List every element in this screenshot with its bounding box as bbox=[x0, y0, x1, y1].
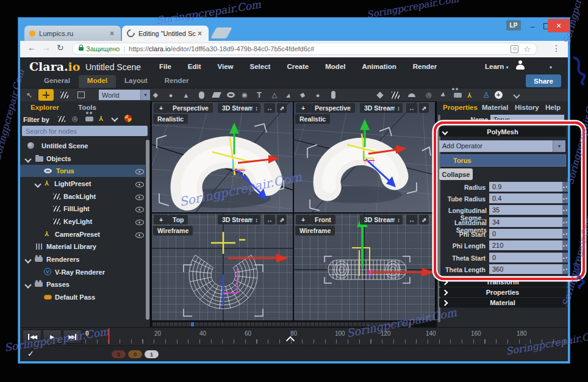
translate-icon[interactable]: G bbox=[511, 45, 518, 53]
tab-help[interactable]: Help bbox=[545, 104, 561, 111]
tab-properties[interactable]: Properties bbox=[443, 104, 478, 111]
viewport-vsplit-icon[interactable]: ↕ bbox=[253, 215, 260, 225]
spinner-control[interactable]: ▲▼ bbox=[562, 217, 568, 227]
viewport-expand-icon[interactable]: ⇗ bbox=[277, 215, 287, 225]
filter-light-icon[interactable] bbox=[58, 116, 65, 122]
scale-tool-icon[interactable] bbox=[74, 89, 88, 101]
tree-item-vray-renderer[interactable]: V-Ray Renderer bbox=[20, 266, 145, 278]
chevron-down-tool-icon[interactable] bbox=[511, 90, 523, 100]
info-badge[interactable]: 1 bbox=[145, 350, 159, 358]
error-badge[interactable]: 0 bbox=[112, 350, 126, 358]
select-tool-icon[interactable]: ↖ bbox=[23, 89, 36, 101]
param-input-latitudinal-segments[interactable] bbox=[489, 217, 562, 227]
tree-item-objects[interactable]: Objects bbox=[20, 153, 145, 165]
menu-render[interactable]: Render bbox=[413, 63, 437, 70]
create-cube-icon[interactable]: ◆ bbox=[149, 90, 162, 100]
dome-light-icon[interactable] bbox=[406, 90, 418, 100]
move-tool-icon[interactable] bbox=[38, 89, 54, 101]
menu-animation[interactable]: Animation bbox=[362, 63, 396, 70]
viewport-view-button[interactable]: Perspective bbox=[168, 103, 213, 113]
visibility-eye-icon[interactable] bbox=[135, 220, 144, 225]
tab-tools[interactable]: Tools bbox=[78, 104, 96, 111]
new-tab-button[interactable] bbox=[210, 27, 232, 38]
menu-create[interactable]: Create bbox=[287, 63, 309, 70]
menu-view[interactable]: View bbox=[218, 63, 234, 70]
coordinate-space-caret[interactable]: ▾ bbox=[140, 90, 150, 100]
filter-target-icon[interactable]: ◎ bbox=[72, 115, 78, 123]
lights-icon[interactable] bbox=[389, 90, 401, 100]
tree-item-filllight[interactable]: FillLight bbox=[20, 203, 145, 215]
viewport-vsplit-icon[interactable]: ↕ bbox=[395, 215, 403, 225]
filter-chevron-icon[interactable] bbox=[112, 116, 117, 121]
create-text-icon[interactable]: T bbox=[253, 90, 265, 100]
spinner-control[interactable]: ▲▼ bbox=[562, 229, 568, 239]
directional-light-icon[interactable] bbox=[374, 90, 386, 100]
account-icon[interactable] bbox=[515, 60, 525, 70]
filter-joint-icon[interactable] bbox=[99, 115, 103, 122]
timeline-ruler[interactable] bbox=[85, 339, 565, 344]
param-input-tube-radius[interactable] bbox=[489, 193, 562, 203]
spinner-control[interactable]: ▲▼ bbox=[562, 264, 568, 274]
browser-menu-icon[interactable]: ⋮ bbox=[552, 43, 561, 53]
tree-item-untitled-scene[interactable]: Untitled Scene bbox=[20, 140, 145, 152]
browser-tab-clara[interactable]: Editing "Untitled Scene" × bbox=[122, 26, 209, 41]
create-torus-icon[interactable] bbox=[224, 90, 237, 100]
explorer-scrollbar[interactable] bbox=[146, 140, 149, 320]
coordinate-space-select[interactable]: World bbox=[99, 90, 143, 100]
transform-section-header[interactable]: Transform bbox=[439, 277, 566, 287]
status-check-icon[interactable]: ✓ bbox=[27, 349, 34, 358]
param-input-theta-start[interactable] bbox=[489, 253, 562, 262]
joint-tool-icon[interactable] bbox=[464, 90, 476, 100]
tab-close-icon[interactable]: × bbox=[108, 29, 116, 38]
minimize-button[interactable]: – bbox=[526, 20, 539, 32]
tree-item-torus[interactable]: Torus bbox=[20, 165, 145, 177]
viewport-hsplit-icon[interactable]: ↔ bbox=[406, 103, 417, 113]
create-terrain-icon[interactable]: ▲ bbox=[282, 90, 295, 100]
viewport-add-button[interactable]: + bbox=[154, 215, 168, 225]
clara-logo[interactable]: Clara.io bbox=[29, 60, 80, 73]
param-input-phi-start[interactable] bbox=[489, 229, 562, 239]
warning-badge[interactable]: 0 bbox=[128, 350, 142, 358]
chevron-down-icon[interactable] bbox=[34, 181, 41, 187]
tab-material[interactable]: Material bbox=[482, 104, 508, 111]
play-button[interactable]: ▶ bbox=[43, 330, 62, 344]
create-plane-icon[interactable] bbox=[210, 90, 223, 100]
param-input-theta-length[interactable] bbox=[489, 264, 562, 274]
visibility-eye-icon[interactable] bbox=[135, 182, 144, 187]
viewport-top[interactable]: + Top 3D Stream ↕ ↔ ⇗ Wireframe bbox=[151, 213, 293, 321]
character-icon[interactable]: ♙ bbox=[480, 90, 492, 100]
filter-camera-icon[interactable] bbox=[85, 114, 93, 121]
viewport-add-button[interactable]: + bbox=[154, 103, 168, 113]
viewport-expand-icon[interactable]: ⇗ bbox=[419, 215, 429, 225]
tree-item-renderers[interactable]: Renderers bbox=[20, 253, 145, 265]
skip-to-end-button[interactable]: ▶▶ bbox=[63, 330, 82, 344]
tab-model[interactable]: Model bbox=[79, 75, 116, 88]
collapse-button[interactable]: Collapse bbox=[439, 168, 473, 180]
frame-strip[interactable] bbox=[151, 321, 436, 327]
add-operator-caret[interactable]: ▾ bbox=[553, 140, 565, 152]
viewport-perspective-2[interactable]: + Perspective 3D Stream ↕ ↔ ⇗ Realistic bbox=[293, 101, 436, 213]
viewport-vsplit-icon[interactable]: ↕ bbox=[395, 103, 403, 113]
tab-close-icon[interactable]: × bbox=[196, 29, 204, 38]
chevron-down-icon[interactable] bbox=[24, 156, 31, 162]
tree-item-keylight[interactable]: KeyLight bbox=[20, 215, 145, 228]
param-input-longitudinal-segments[interactable] bbox=[489, 205, 562, 215]
spinner-control[interactable]: ▲▼ bbox=[562, 193, 568, 203]
browser-tab-lumpics[interactable]: Lumpics.ru × bbox=[24, 26, 121, 41]
search-input[interactable] bbox=[22, 126, 148, 136]
viewport-add-button[interactable]: + bbox=[296, 103, 310, 113]
viewport-vsplit-icon[interactable]: ↕ bbox=[253, 103, 260, 113]
visibility-eye-icon[interactable] bbox=[135, 207, 144, 212]
spinner-control[interactable]: ▲▼ bbox=[562, 240, 568, 250]
back-icon[interactable]: ← bbox=[27, 43, 36, 52]
viewport-expand-icon[interactable]: ⇗ bbox=[419, 103, 429, 113]
material-section-header[interactable]: Material bbox=[439, 298, 566, 308]
param-input-radius[interactable] bbox=[489, 182, 562, 192]
menu-model[interactable]: Model bbox=[325, 63, 345, 70]
viewport-shading-button[interactable]: Wireframe bbox=[153, 226, 193, 236]
tree-item-camerapreset[interactable]: CameraPreset bbox=[20, 228, 145, 240]
close-button[interactable]: × bbox=[548, 19, 570, 32]
camera-icon[interactable] bbox=[451, 90, 464, 100]
chevron-down-icon[interactable] bbox=[24, 281, 31, 288]
spinner-control[interactable]: ▲▼ bbox=[562, 253, 568, 262]
